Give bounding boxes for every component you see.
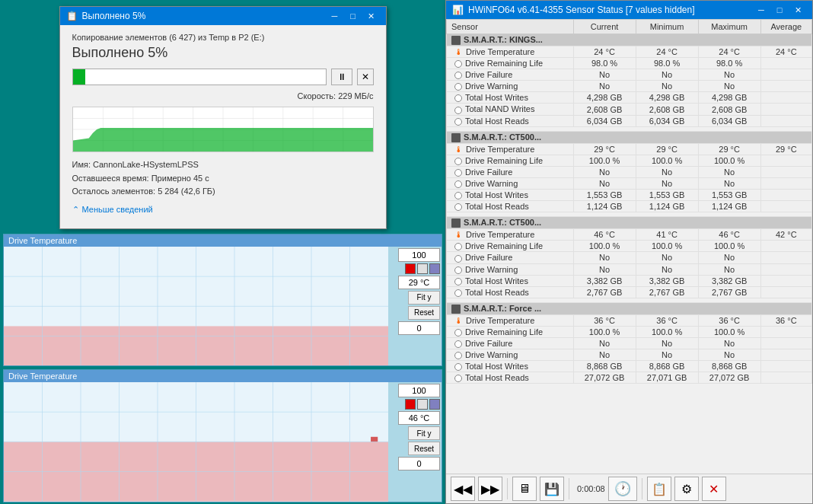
- drive-graph-1-header: Drive Temperature: [4, 234, 442, 247]
- table-row[interactable]: 🌡Drive Temperature36 °C36 °C36 °C36 °C: [447, 314, 812, 326]
- table-row[interactable]: Drive WarningNoNoNo: [447, 349, 812, 361]
- current-cell: No: [573, 177, 636, 189]
- table-row[interactable]: S.M.A.R.T.: CT500...: [447, 131, 812, 143]
- current-cell: 29 °C: [573, 143, 636, 155]
- copy-maximize-button[interactable]: □: [345, 10, 362, 22]
- maximum-cell: No: [698, 69, 760, 81]
- table-row[interactable]: Total Host Writes8,868 GB8,868 GB8,868 G…: [447, 361, 812, 372]
- drive-graph-1-current-input[interactable]: [398, 276, 440, 289]
- drive-graph-2-current-input[interactable]: [398, 411, 440, 425]
- toolbar-sep-3: [642, 478, 642, 499]
- cancel-copy-button[interactable]: ✕: [357, 69, 374, 85]
- copy-info-time: Оставшееся время: Примерно 45 с: [72, 172, 374, 186]
- table-row[interactable]: Total Host Reads27,072 GB27,071 GB27,072…: [447, 372, 812, 384]
- average-cell: 24 °C: [760, 46, 811, 58]
- clock-button[interactable]: 🕐: [608, 477, 637, 501]
- copy-minimize-button[interactable]: ─: [327, 10, 343, 22]
- table-row[interactable]: 🌡Drive Temperature24 °C24 °C24 °C24 °C: [447, 46, 812, 58]
- hwinfo-scroll-area[interactable]: Sensor Current Minimum Maximum Average S…: [446, 19, 812, 474]
- table-row[interactable]: Drive FailureNoNoNo: [447, 69, 812, 81]
- drive-graph-2-fity-button[interactable]: Fit y: [408, 426, 440, 440]
- maximum-cell: 27,072 GB: [698, 372, 760, 384]
- graph-2-color-gray[interactable]: [417, 399, 428, 410]
- graph-color-gray[interactable]: [417, 263, 428, 274]
- current-cell: No: [573, 263, 636, 275]
- svg-marker-12: [73, 128, 373, 152]
- table-row[interactable]: Drive Remaining Life100.0 %100.0 %100.0 …: [447, 326, 812, 337]
- current-cell: 24 °C: [573, 46, 636, 58]
- export-button[interactable]: 💾: [540, 477, 564, 501]
- table-row[interactable]: Drive FailureNoNoNo: [447, 252, 812, 263]
- table-row[interactable]: Total Host Writes1,553 GB1,553 GB1,553 G…: [447, 190, 812, 201]
- hwinfo-close-button[interactable]: ✕: [789, 4, 806, 16]
- minimum-cell: 1,553 GB: [636, 190, 698, 201]
- table-row[interactable]: Total Host Reads2,767 GB2,767 GB2,767 GB: [447, 286, 812, 298]
- table-row[interactable]: 🌡Drive Temperature46 °C41 °C46 °C42 °C: [447, 229, 812, 241]
- copy-dialog-controls: ─ □ ✕: [327, 10, 380, 22]
- table-row[interactable]: Drive WarningNoNoNo: [447, 81, 812, 92]
- sensor-name-cell: Total Host Writes: [447, 190, 574, 201]
- table-row[interactable]: Total Host Writes4,298 GB4,298 GB4,298 G…: [447, 92, 812, 104]
- table-row[interactable]: Total Host Reads6,034 GB6,034 GB6,034 GB: [447, 115, 812, 126]
- hwinfo-minimize-button[interactable]: ─: [753, 4, 770, 16]
- table-row[interactable]: S.M.A.R.T.: KINGS...: [447, 34, 812, 46]
- hwinfo-panel: 📊 HWiNFO64 v6.41-4355 Sensor Status [7 v…: [445, 0, 813, 504]
- copy-details-toggle[interactable]: ⌃ Меньше сведений: [72, 205, 374, 221]
- graph-2-color-red[interactable]: [405, 399, 416, 410]
- table-row[interactable]: Total NAND Writes2,608 GB2,608 GB2,608 G…: [447, 104, 812, 115]
- table-row[interactable]: Total Host Reads1,124 GB1,124 GB1,124 GB: [447, 201, 812, 212]
- graph-color-red[interactable]: [405, 263, 416, 274]
- copy-dialog-titlebar: 📋 Выполнено 5% ─ □ ✕: [60, 7, 386, 25]
- table-row[interactable]: Drive FailureNoNoNo: [447, 166, 812, 177]
- toolbar-time: 0:00:08: [577, 484, 605, 493]
- drive-graph-1-fity-button[interactable]: Fit y: [408, 291, 440, 305]
- table-row[interactable]: S.M.A.R.T.: Force ...: [447, 302, 812, 314]
- close-toolbar-button[interactable]: ✕: [702, 477, 726, 501]
- minimum-cell: 100.0 %: [636, 241, 698, 252]
- table-row[interactable]: S.M.A.R.T.: CT500...: [447, 217, 812, 229]
- copy-dialog: 📋 Выполнено 5% ─ □ ✕ Копирование элемент…: [59, 6, 387, 229]
- table-row[interactable]: Total Host Writes3,382 GB3,382 GB3,382 G…: [447, 275, 812, 286]
- graph-color-blue[interactable]: [429, 263, 440, 274]
- circle-icon: [454, 180, 462, 188]
- copy-close-button[interactable]: ✕: [363, 10, 380, 22]
- monitor-button[interactable]: 🖥: [512, 477, 537, 501]
- drive-graph-2-reset-button[interactable]: Reset: [408, 442, 440, 455]
- drive-graph-1-label: Drive Temperature: [8, 236, 77, 245]
- average-cell: [760, 337, 811, 349]
- hwinfo-maximize-button[interactable]: □: [771, 4, 788, 16]
- table-row[interactable]: Drive FailureNoNoNo: [447, 337, 812, 349]
- copy-info-items: Осталось элементов: 5 284 (42,6 ГБ): [72, 185, 374, 199]
- table-row[interactable]: Drive Remaining Life100.0 %100.0 %100.0 …: [447, 155, 812, 166]
- pause-button[interactable]: ⏸: [331, 69, 352, 85]
- col-maximum: Maximum: [698, 20, 760, 34]
- table-row[interactable]: Drive Remaining Life98.0 %98.0 %98.0 %: [447, 58, 812, 69]
- drive-graph-1-max-input[interactable]: [398, 248, 440, 262]
- forward-button[interactable]: ▶▶: [478, 477, 502, 501]
- drive-graph-2-plot: [4, 382, 388, 502]
- sensor-name-cell: Drive Failure: [447, 69, 574, 81]
- table-row[interactable]: Drive WarningNoNoNo: [447, 177, 812, 189]
- drive-graph-2-max-input[interactable]: [398, 384, 440, 397]
- table-row[interactable]: Drive WarningNoNoNo: [447, 263, 812, 275]
- hwinfo-icon: 📊: [452, 5, 464, 15]
- back-button[interactable]: ◀◀: [451, 477, 475, 501]
- sensor-name-cell: Drive Failure: [447, 166, 574, 177]
- average-cell: [760, 241, 811, 252]
- copy-info: Имя: CannonLake-HSystemLPSS Оставшееся в…: [72, 158, 374, 199]
- copy-subtitle: Копирование элементов (6 427) из Temp в …: [72, 33, 374, 42]
- current-cell: 27,072 GB: [573, 372, 636, 384]
- notes-button[interactable]: 📋: [647, 477, 671, 501]
- settings-button[interactable]: ⚙: [674, 477, 699, 501]
- drive-graph-2-min-input[interactable]: [398, 457, 440, 471]
- maximum-cell: 6,034 GB: [698, 115, 760, 126]
- drive-graph-1-min-input[interactable]: [398, 321, 440, 335]
- drive-graph-1-reset-button[interactable]: Reset: [408, 306, 440, 320]
- hwinfo-titlebar: 📊 HWiNFO64 v6.41-4355 Sensor Status [7 v…: [446, 1, 812, 19]
- graph-2-color-blue[interactable]: [429, 399, 440, 410]
- progress-bar-container: [72, 69, 327, 85]
- minimum-cell: 100.0 %: [636, 326, 698, 337]
- table-row[interactable]: Drive Remaining Life100.0 %100.0 %100.0 …: [447, 241, 812, 252]
- circle-icon: [454, 60, 462, 68]
- table-row[interactable]: 🌡Drive Temperature29 °C29 °C29 °C29 °C: [447, 143, 812, 155]
